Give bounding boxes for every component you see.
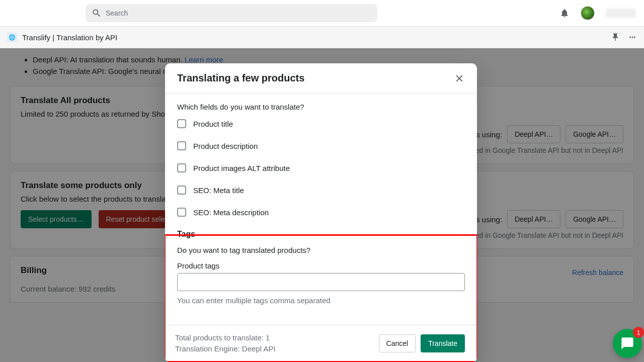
chat-button[interactable]: 1	[613, 329, 642, 358]
checkbox-product-title[interactable]	[177, 119, 186, 128]
pin-icon[interactable]	[611, 33, 620, 42]
user-name	[606, 9, 636, 18]
notifications-icon[interactable]	[559, 8, 570, 18]
close-icon[interactable]	[454, 73, 465, 84]
avatar[interactable]	[581, 6, 595, 20]
checkbox-seo-description[interactable]	[177, 208, 186, 217]
checkbox-label: Product title	[193, 120, 233, 128]
app-title: Translify | Translation by API	[22, 33, 117, 42]
footer-engine: Translation Engine: Deepl API	[175, 343, 276, 354]
tags-heading: Tags	[177, 230, 465, 239]
search-placeholder: Search	[106, 9, 128, 17]
checkbox-product-alt[interactable]	[177, 163, 186, 172]
chat-icon	[620, 336, 634, 350]
product-tags-input[interactable]	[177, 273, 465, 291]
translate-modal: Translating a few products Which fields …	[165, 63, 477, 362]
more-icon[interactable]	[628, 33, 637, 42]
checkbox-label: Product description	[193, 142, 258, 150]
checkbox-label: Product images ALT attribute	[193, 164, 290, 172]
app-icon: 🌐	[7, 32, 17, 42]
global-search[interactable]: Search	[86, 4, 377, 22]
checkbox-label: SEO: Meta title	[193, 186, 244, 195]
translate-button[interactable]: Translate	[421, 334, 465, 352]
fields-question: Which fields do you want to translate?	[177, 103, 465, 111]
modal-title: Translating a few products	[177, 72, 304, 84]
tags-label: Product tags	[177, 261, 465, 270]
tags-hint: You can enter multiple tags comma separa…	[177, 296, 465, 305]
checkbox-product-description[interactable]	[177, 141, 186, 150]
chat-badge: 1	[633, 327, 644, 338]
checkbox-label: SEO: Meta description	[193, 208, 269, 217]
search-icon	[92, 8, 102, 18]
checkbox-seo-title[interactable]	[177, 186, 186, 195]
tags-question: Do you want to tag translated products?	[177, 246, 465, 254]
footer-total: Total products to translate: 1	[175, 332, 276, 343]
cancel-button[interactable]: Cancel	[379, 334, 416, 352]
